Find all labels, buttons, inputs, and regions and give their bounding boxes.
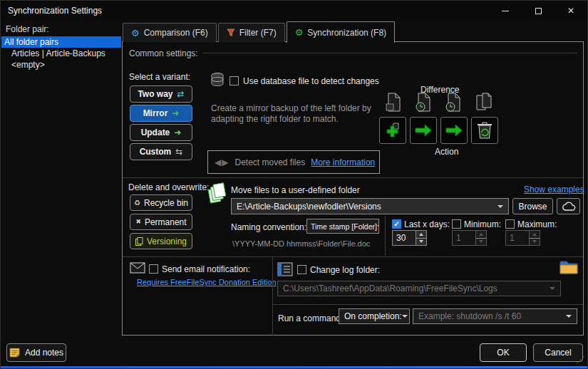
- maximum-spinner: 1: [505, 230, 540, 246]
- send-email-checkbox[interactable]: [149, 264, 158, 274]
- change-log-folder-checkbox[interactable]: [297, 265, 306, 274]
- browse-label: Browse: [518, 202, 547, 212]
- use-database-checkbox[interactable]: [229, 76, 239, 85]
- versioning-button[interactable]: Versioning: [130, 233, 192, 249]
- ok-label: OK: [497, 348, 509, 358]
- maximize-button[interactable]: [522, 1, 555, 21]
- minimum-spinner: 1: [452, 230, 487, 246]
- spinner-down-button: [476, 238, 486, 246]
- spinner-up-button: [476, 231, 486, 238]
- action-update-right-button[interactable]: [410, 117, 437, 144]
- sync-gear-icon: ⚙: [295, 28, 304, 37]
- action-delete-right-button[interactable]: [471, 117, 498, 144]
- use-database-label: Use database file to detect changes: [243, 76, 379, 86]
- permanent-delete-icon: ✖: [135, 219, 141, 225]
- green-arrow-icon: [415, 124, 432, 137]
- variant-custom-button[interactable]: Custom ⇆: [130, 143, 192, 160]
- diff-conflict-files-icon: [475, 93, 493, 113]
- section-divider: [272, 304, 583, 305]
- tab-comparison[interactable]: ⚙ Comparison (F6): [123, 23, 217, 42]
- window-title: Synchronization Settings: [8, 1, 102, 21]
- change-log-folder-label: Change log folder:: [310, 265, 380, 275]
- diff-left-newer-icon: [415, 93, 433, 113]
- browse-button[interactable]: Browse: [512, 198, 553, 214]
- more-information-link[interactable]: More information: [311, 157, 375, 167]
- command-trigger-dropdown[interactable]: On completion:: [339, 308, 410, 324]
- minimize-icon: [502, 11, 509, 11]
- up-arrow-icon: [532, 233, 537, 236]
- recycle-bin-icon: ♻: [134, 199, 140, 207]
- donation-edition-link[interactable]: Requires FreeFileSync Donation Edition: [137, 278, 277, 286]
- show-examples-link[interactable]: Show examples: [524, 184, 584, 194]
- last-x-days-spinner[interactable]: 30: [392, 230, 427, 246]
- action-label: Action: [435, 147, 458, 157]
- versioning-path-value: E:\Article-Backups\newfodler\Versions: [237, 202, 381, 212]
- spinner-up-button[interactable]: [416, 231, 426, 238]
- minimum-checkbox[interactable]: [452, 219, 461, 229]
- variant-mirror-label: Mirror: [143, 108, 168, 118]
- naming-example-text: \YYYY-MM-DD hhmmss\Folder\File.doc: [232, 239, 370, 248]
- tab-synchronization[interactable]: ⚙ Synchronization (F8): [287, 21, 395, 43]
- naming-convention-dropdown[interactable]: Time stamp [Folder]: [306, 219, 379, 234]
- add-notes-button[interactable]: Add notes: [6, 343, 66, 362]
- folder-pair-item-empty[interactable]: <empty>: [1, 59, 121, 71]
- recycle-bin-label: Recycle bin: [144, 198, 188, 208]
- permanent-label: Permanent: [145, 217, 187, 227]
- maximum-checkbox[interactable]: [505, 219, 515, 229]
- add-notes-label: Add notes: [25, 348, 63, 358]
- synchronization-panel: Common settings: Select a variant: Two w…: [122, 41, 584, 336]
- detect-moved-files-box: ◀▶ Detect moved files More information: [207, 150, 380, 174]
- permanent-button[interactable]: ✖ Permanent: [130, 214, 192, 230]
- minimize-button[interactable]: [489, 1, 522, 21]
- filter-funnel-icon: [227, 28, 235, 37]
- chevron-down-icon: [377, 225, 379, 228]
- variant-two-way-button[interactable]: Two way ⇄: [130, 85, 192, 103]
- action-overwrite-right-button[interactable]: [440, 117, 468, 144]
- recycle-bin-button[interactable]: ♻ Recycle bin: [130, 194, 192, 211]
- minimum-label: Minimum:: [464, 219, 501, 229]
- database-icon: [210, 72, 225, 88]
- folder-pair-list: All folder pairs Articles | Article-Back…: [1, 36, 121, 71]
- cancel-label: Cancel: [545, 348, 571, 358]
- folder-pair-item-articles[interactable]: Articles | Article-Backups: [1, 48, 121, 59]
- diff-file-icon: [385, 93, 403, 113]
- cloud-button[interactable]: [557, 198, 580, 214]
- tab-filter[interactable]: Filter (F7): [218, 23, 285, 42]
- section-divider: [123, 256, 583, 257]
- titlebar: Synchronization Settings ✕: [1, 1, 587, 21]
- folder-pair-item-all[interactable]: All folder pairs: [1, 36, 121, 48]
- folder-pair-label: Folder pair:: [6, 24, 49, 34]
- down-arrow-icon: [419, 240, 423, 243]
- command-input-combobox[interactable]: Example: shutdown /s /t 60: [413, 308, 577, 324]
- spinner-down-button[interactable]: [416, 238, 426, 246]
- notes-icon: [9, 347, 21, 358]
- detect-moved-arrows-icon: ◀▶: [215, 157, 229, 167]
- synchronization-settings-dialog: Synchronization Settings ✕ Folder pair: …: [0, 0, 588, 369]
- action-create-right-button[interactable]: [379, 117, 406, 144]
- mirror-arrow-icon: ➜: [172, 109, 179, 118]
- versioning-path-combobox[interactable]: E:\Article-Backups\newfodler\Versions: [231, 198, 509, 214]
- close-button[interactable]: ✕: [555, 1, 587, 21]
- move-files-label: Move files to a user-defined folder: [231, 185, 360, 195]
- variant-update-button[interactable]: Update ➜: [130, 124, 192, 141]
- send-email-label: Send email notification:: [162, 264, 250, 274]
- variant-mirror-button[interactable]: Mirror ➜: [130, 105, 192, 122]
- vertical-divider: [272, 256, 273, 336]
- cloud-icon: [562, 202, 576, 212]
- spinner-up-button: [530, 231, 540, 238]
- versioning-pages-icon: [135, 237, 143, 246]
- variant-custom-label: Custom: [140, 147, 172, 157]
- chevron-down-icon: [550, 287, 555, 290]
- variant-update-label: Update: [141, 128, 170, 137]
- last-x-days-value[interactable]: 30: [392, 230, 416, 246]
- last-x-days-checkbox[interactable]: ✓: [392, 219, 401, 229]
- window-controls: ✕: [489, 1, 587, 21]
- chevron-down-icon: [566, 315, 572, 318]
- ok-button[interactable]: OK: [480, 343, 527, 362]
- resize-grip[interactable]: ⋰: [576, 355, 584, 365]
- folder-icon: [559, 259, 578, 275]
- variant-two-way-label: Two way: [138, 89, 172, 99]
- select-log-folder-button[interactable]: [557, 257, 580, 277]
- section-divider: [123, 177, 583, 178]
- log-file-icon: [277, 262, 293, 276]
